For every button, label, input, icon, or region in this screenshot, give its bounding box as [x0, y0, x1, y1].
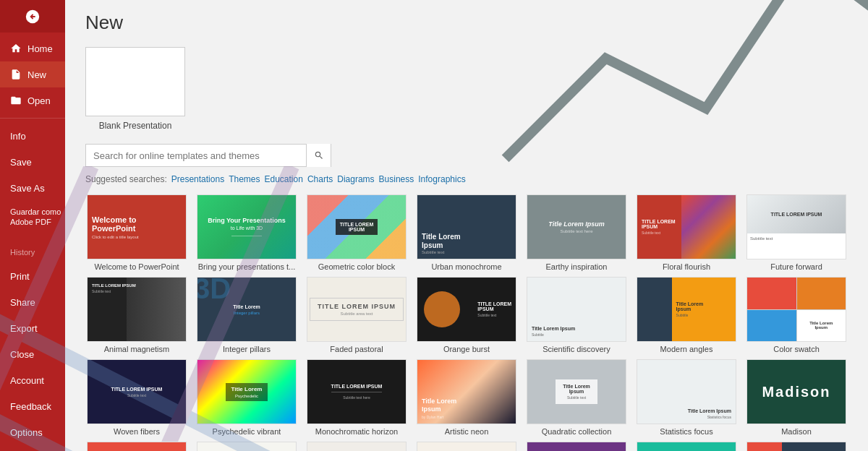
template-colorswatch-label: Color swatch: [773, 345, 820, 353]
blank-presentation-label: Blank Presentation: [85, 121, 185, 131]
back-button[interactable]: [0, 0, 65, 33]
sidebar-item-info[interactable]: Info: [0, 123, 65, 149]
sidebar-item-open[interactable]: Open: [0, 87, 65, 113]
sidebar-new-label: New: [27, 69, 46, 80]
template-statistics[interactable]: Title Lorem Ipsum Statistics focus Stati…: [635, 359, 738, 436]
sidebar-item-new[interactable]: New: [0, 61, 65, 87]
template-modern[interactable]: Title LoremIpsum Subtitle Modern angles: [635, 277, 738, 353]
blank-presentation-thumb[interactable]: [85, 47, 185, 116]
sidebar-home-label: Home: [27, 43, 53, 54]
template-madison[interactable]: Madison Madison: [745, 359, 848, 436]
search-input[interactable]: [86, 150, 306, 161]
template-modern-label: Modern angles: [660, 345, 713, 353]
main-content: New Blank Presentation Suggested searche…: [65, 0, 868, 451]
template-future-label: Future forward: [770, 262, 822, 271]
template-atlas[interactable]: Atlas Atlas: [85, 442, 188, 451]
sidebar-open-label: Open: [27, 95, 51, 106]
template-berlin[interactable]: Berlin Berlin: [745, 442, 848, 451]
template-floral-label: Floral flourish: [663, 262, 710, 271]
template-quotable[interactable]: Quotable Quotable: [635, 442, 738, 451]
template-statistics-label: Statistics focus: [660, 427, 712, 436]
template-floral[interactable]: TITLE LOREMIPSUM Subtitle text Floral fl…: [635, 194, 738, 271]
template-colorswatch[interactable]: Title LoremIpsum Color swatch: [745, 277, 848, 353]
info-label: Info: [10, 131, 26, 142]
search-button[interactable]: [306, 144, 331, 167]
search-icon: [314, 150, 324, 160]
sidebar-item-home[interactable]: Home: [0, 35, 65, 61]
template-grid-row3: TITLE LOREM IPSUM Subtitle text Woven fi…: [85, 359, 848, 436]
search-box: [85, 144, 331, 167]
template-woven[interactable]: TITLE LOREM IPSUM Subtitle text Woven fi…: [85, 359, 188, 436]
template-madison-label: Madison: [781, 427, 812, 436]
